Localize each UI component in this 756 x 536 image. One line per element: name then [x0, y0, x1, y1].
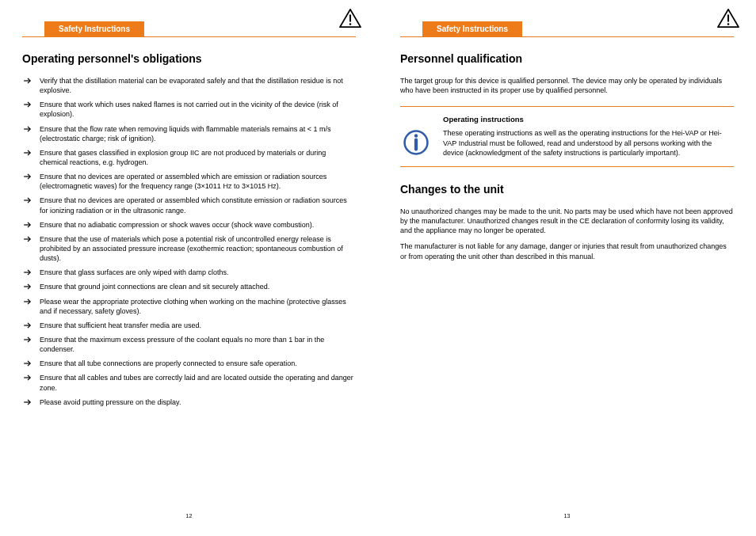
- list-item: Ensure that the use of materials which p…: [36, 234, 356, 263]
- list-item: Ensure that gases classified in explosio…: [36, 148, 356, 167]
- list-item: Please avoid putting pressure on the dis…: [36, 397, 356, 407]
- changes-paragraph-1: No unauthorized changes may be made to t…: [400, 207, 734, 235]
- note-text: These operating instructions as well as …: [443, 128, 734, 158]
- list-item: Ensure that all cables and tubes are cor…: [36, 373, 356, 392]
- list-item: Ensure that no devices are operated or a…: [36, 196, 356, 215]
- heading-personnel-qualification: Personnel qualification: [400, 52, 734, 65]
- list-item: Ensure that no devices are operated or a…: [36, 172, 356, 191]
- header-rule: [400, 36, 734, 37]
- content-left: Operating personnel's obligations Verify…: [22, 48, 356, 504]
- list-item: Ensure that the maximum excess pressure …: [36, 335, 356, 354]
- changes-paragraph-2: The manufacturer is not liable for any d…: [400, 241, 734, 260]
- list-item: Ensure that all tube connections are pro…: [36, 359, 356, 368]
- content-right: Personnel qualification The target group…: [400, 48, 734, 504]
- heading-changes-unit: Changes to the unit: [400, 183, 734, 196]
- list-item: Ensure that glass surfaces are only wipe…: [36, 268, 356, 277]
- svg-point-5: [727, 23, 730, 25]
- obligations-list: Verify that the distillation material ca…: [22, 76, 356, 407]
- list-item: Verify that the distillation material ca…: [36, 76, 356, 95]
- list-item: Ensure that no adiabatic compression or …: [36, 220, 356, 230]
- page-right: Safety Instructions Personnel qualificat…: [378, 0, 756, 536]
- note-title: Operating instructions: [443, 115, 734, 124]
- note-box: Operating instructions These operating i…: [400, 106, 734, 167]
- heading-obligations: Operating personnel's obligations: [22, 52, 356, 65]
- header-tab-right: Safety Instructions: [422, 21, 522, 36]
- page-left: Safety Instructions Operating personnel'…: [0, 0, 378, 536]
- page-number-right: 13: [378, 513, 756, 519]
- list-item: Ensure that the flow rate when removing …: [36, 124, 356, 143]
- qualification-paragraph: The target group for this device is qual…: [400, 76, 734, 95]
- warning-triangle-icon: [338, 8, 362, 29]
- list-item: Ensure that sufficient heat transfer med…: [36, 321, 356, 330]
- info-circle-icon: [400, 115, 432, 158]
- list-item: Ensure that work which uses naked flames…: [36, 100, 356, 119]
- list-item: Please wear the appropriate protective c…: [36, 297, 356, 316]
- svg-point-8: [414, 135, 418, 138]
- warning-triangle-icon: [716, 8, 740, 29]
- page-number-left: 12: [0, 513, 378, 519]
- svg-point-2: [349, 23, 352, 25]
- header-tab-left: Safety Instructions: [44, 21, 144, 36]
- note-content: Operating instructions These operating i…: [443, 115, 734, 158]
- header-rule: [22, 36, 356, 37]
- list-item: Ensure that ground joint connections are…: [36, 282, 356, 291]
